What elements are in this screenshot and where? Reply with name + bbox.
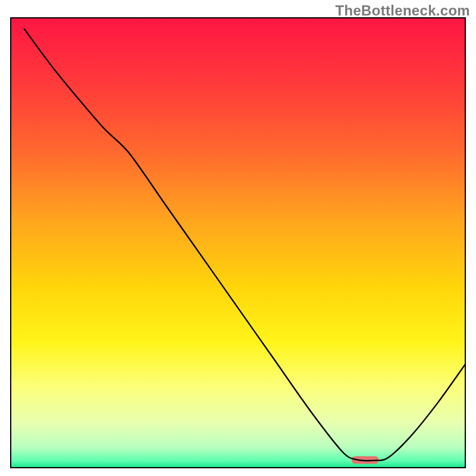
watermark-text: TheBottleneck.com — [336, 2, 470, 19]
chart-container: TheBottleneck.com — [0, 0, 476, 476]
bottleneck-chart — [0, 0, 476, 476]
chart-background-gradient — [11, 18, 465, 468]
